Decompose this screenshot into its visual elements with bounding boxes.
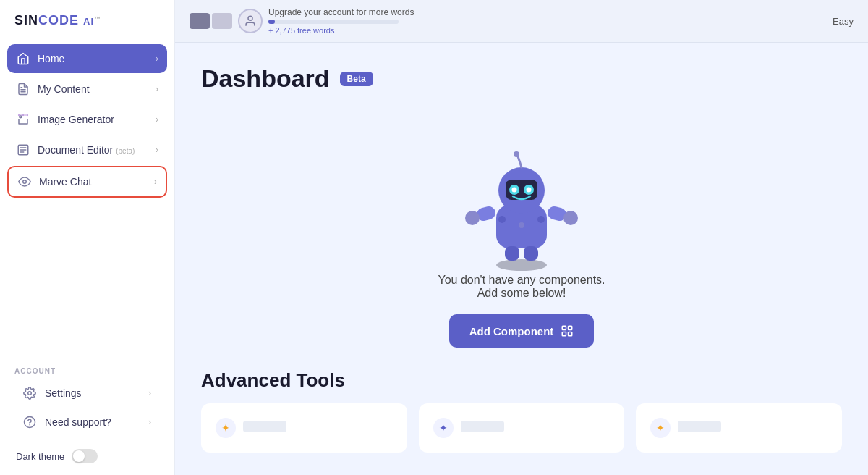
svg-point-33 xyxy=(537,216,545,223)
nav-arrow-settings: › xyxy=(148,388,151,398)
svg-point-22 xyxy=(527,188,532,193)
dark-theme-label: Dark theme xyxy=(16,451,64,462)
progress-blocks xyxy=(190,13,232,29)
beta-badge: Beta xyxy=(340,72,373,86)
document-icon xyxy=(16,143,30,157)
logo-area: SINCODE AI™ xyxy=(0,0,174,40)
word-progress-container xyxy=(190,13,232,29)
dark-theme-row: Dark theme xyxy=(0,442,174,475)
nav-list: Home › My Content › xyxy=(0,40,174,360)
sidebar-item-marve-chat[interactable]: Marve Chat › xyxy=(7,166,167,198)
add-component-icon xyxy=(561,324,574,337)
settings-icon xyxy=(23,386,38,400)
sidebar-item-document-editor-label: Document Editor (beta) xyxy=(38,144,156,156)
main-content: Upgrade your account for more words + 2,… xyxy=(175,0,868,475)
tools-grid: ✦ ✦ ✦ xyxy=(201,403,842,453)
dark-theme-toggle[interactable] xyxy=(72,449,98,463)
sidebar: SINCODE AI™ Home › xyxy=(0,0,175,475)
free-words: + 2,775 free words xyxy=(268,26,414,35)
settings-label: Settings xyxy=(45,387,148,399)
sidebar-item-settings[interactable]: Settings › xyxy=(14,379,160,407)
robot-message: You don't have any components. Add some … xyxy=(438,274,605,300)
sidebar-item-my-content[interactable]: My Content › xyxy=(7,75,167,104)
svg-point-14 xyxy=(248,16,252,20)
avatar-button[interactable] xyxy=(238,9,263,33)
content-area: Dashboard Beta xyxy=(175,43,868,475)
svg-point-21 xyxy=(512,188,517,193)
add-component-button[interactable]: Add Component xyxy=(449,314,595,348)
svg-point-24 xyxy=(514,151,519,157)
upgrade-text-block: Upgrade your account for more words + 2,… xyxy=(268,7,414,35)
sidebar-item-home-label: Home xyxy=(38,53,156,64)
tool-icon-3: ✦ xyxy=(650,418,671,438)
page-title: Dashboard xyxy=(201,64,330,93)
page-header: Dashboard Beta xyxy=(201,64,842,93)
sidebar-item-my-content-label: My Content xyxy=(38,83,156,95)
svg-rect-37 xyxy=(569,332,572,336)
svg-point-15 xyxy=(496,259,547,271)
progress-block-2 xyxy=(212,13,232,29)
sidebar-item-marve-chat-label: Marve Chat xyxy=(39,176,154,188)
svg-point-11 xyxy=(28,392,32,395)
svg-rect-30 xyxy=(524,246,538,261)
sidebar-item-document-editor[interactable]: Document Editor (beta) › xyxy=(7,135,167,164)
home-icon xyxy=(16,51,30,66)
nav-arrow-my-content: › xyxy=(156,84,158,94)
upgrade-bar-fill xyxy=(268,20,275,24)
logo: SINCODE AI™ xyxy=(14,13,101,28)
support-label: Need support? xyxy=(45,416,148,428)
svg-rect-34 xyxy=(563,326,566,329)
svg-point-28 xyxy=(563,211,578,225)
tool-icon-1: ✦ xyxy=(216,418,236,438)
svg-rect-29 xyxy=(505,246,519,261)
svg-rect-35 xyxy=(569,326,572,329)
upgrade-bar-track xyxy=(268,20,399,24)
tool-card-1: ✦ xyxy=(201,403,407,453)
nav-arrow-image-generator: › xyxy=(156,114,158,125)
image-generator-icon xyxy=(16,112,30,127)
nav-arrow-home: › xyxy=(156,54,158,64)
svg-point-32 xyxy=(498,216,506,223)
account-label: ACCOUNT xyxy=(14,367,160,375)
robot-section: You don't have any components. Add some … xyxy=(201,114,842,369)
svg-line-23 xyxy=(518,156,522,167)
tool-icon-2: ✦ xyxy=(433,418,454,438)
advanced-tools-title: Advanced Tools xyxy=(201,369,842,392)
nav-arrow-support: › xyxy=(148,417,151,427)
account-items-list: Settings › Need support? › xyxy=(14,379,160,436)
svg-point-10 xyxy=(23,180,27,184)
eye-icon xyxy=(17,175,32,189)
progress-block-1 xyxy=(190,13,210,29)
account-section: ACCOUNT Settings › xyxy=(0,360,174,442)
svg-rect-36 xyxy=(563,332,566,336)
robot-illustration xyxy=(464,129,579,274)
sidebar-item-image-generator[interactable]: Image Generator › xyxy=(7,105,167,134)
upgrade-title: Upgrade your account for more words xyxy=(268,7,414,17)
help-icon xyxy=(23,415,38,429)
nav-arrow-marve-chat: › xyxy=(154,177,157,187)
svg-point-2 xyxy=(20,116,22,118)
toggle-knob xyxy=(73,450,85,462)
sidebar-item-home[interactable]: Home › xyxy=(7,44,167,73)
file-icon xyxy=(16,82,30,96)
tool-card-3: ✦ xyxy=(636,403,842,453)
sidebar-item-support[interactable]: Need support? › xyxy=(14,408,160,436)
easy-badge: Easy xyxy=(833,16,854,27)
sidebar-item-image-generator-label: Image Generator xyxy=(38,114,156,125)
svg-point-27 xyxy=(465,211,480,225)
nav-arrow-document-editor: › xyxy=(156,145,158,155)
upgrade-bar: Upgrade your account for more words + 2,… xyxy=(190,7,824,35)
topbar: Upgrade your account for more words + 2,… xyxy=(175,0,868,43)
svg-point-31 xyxy=(519,222,524,228)
tool-card-2: ✦ xyxy=(419,403,625,453)
